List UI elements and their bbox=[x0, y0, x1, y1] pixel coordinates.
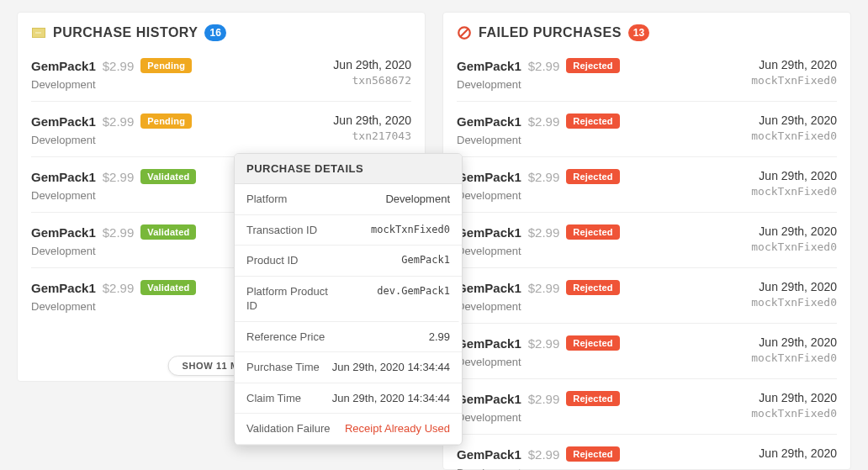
product-name: GemPack1 bbox=[457, 281, 521, 295]
environment-label: Development bbox=[31, 78, 192, 91]
detail-row-product-id: Product ID GemPack1 bbox=[235, 246, 462, 277]
detail-value: GemPack1 bbox=[401, 253, 450, 267]
detail-label: Platform Product ID bbox=[246, 284, 339, 314]
failed-row[interactable]: GemPack1$2.99RejectedDevelopmentJun 29th… bbox=[457, 213, 837, 268]
product-price: $2.99 bbox=[103, 59, 135, 73]
status-badge: Validated bbox=[140, 169, 196, 184]
purchase-history-count-badge: 16 bbox=[204, 24, 225, 41]
transaction-id: mockTxnFixed0 bbox=[751, 240, 837, 253]
status-badge: Validated bbox=[140, 280, 196, 295]
detail-label: Claim Time bbox=[246, 391, 301, 406]
product-name: GemPack1 bbox=[31, 281, 96, 295]
product-price: $2.99 bbox=[103, 170, 135, 184]
history-row[interactable]: GemPack1$2.99PendingDevelopmentJun 29th,… bbox=[31, 102, 411, 157]
product-price: $2.99 bbox=[528, 392, 560, 406]
environment-label: Development bbox=[457, 411, 620, 424]
purchase-date: Jun 29th, 2020 bbox=[759, 446, 837, 460]
status-badge: Pending bbox=[140, 58, 192, 73]
purchase-date: Jun 29th, 2020 bbox=[751, 114, 837, 127]
status-badge: Rejected bbox=[566, 169, 619, 184]
purchase-history-header: PURCHASE HISTORY 16 bbox=[31, 24, 411, 41]
environment-label: Development bbox=[457, 467, 620, 470]
product-name: GemPack1 bbox=[31, 114, 96, 129]
transaction-id: mockTxnFixed0 bbox=[751, 351, 837, 364]
failed-row[interactable]: GemPack1$2.99RejectedDevelopmentJun 29th… bbox=[457, 102, 837, 157]
environment-label: Development bbox=[457, 189, 620, 202]
purchase-date: Jun 29th, 2020 bbox=[751, 169, 837, 182]
product-name: GemPack1 bbox=[457, 59, 521, 73]
detail-label: Transaction ID bbox=[246, 223, 317, 238]
detail-row-claim-time: Claim Time Jun 29th, 2020 14:34:44 bbox=[235, 383, 462, 415]
failed-purchases-count-badge: 13 bbox=[628, 24, 649, 41]
detail-row-platform-product-id: Platform Product ID dev.GemPack1 bbox=[235, 277, 462, 322]
svg-line-1 bbox=[461, 29, 468, 37]
product-name: GemPack1 bbox=[457, 114, 521, 129]
environment-label: Development bbox=[457, 245, 620, 257]
environment-label: Development bbox=[31, 245, 196, 257]
purchase-date: Jun 29th, 2020 bbox=[751, 391, 837, 404]
purchase-date: Jun 29th, 2020 bbox=[751, 58, 837, 71]
failed-row[interactable]: GemPack1$2.99RejectedDevelopmentJun 29th… bbox=[457, 46, 837, 102]
failed-row[interactable]: GemPack1$2.99RejectedDevelopmentJun 29th… bbox=[457, 268, 837, 324]
purchase-history-title: PURCHASE HISTORY bbox=[53, 25, 198, 40]
product-price: $2.99 bbox=[528, 170, 560, 184]
purchase-details-popover: PURCHASE DETAILS Platform Development Tr… bbox=[234, 153, 463, 446]
product-name: GemPack1 bbox=[457, 170, 521, 184]
transaction-id: mockTxnFixed0 bbox=[751, 129, 837, 142]
detail-label: Validation Failure bbox=[246, 421, 330, 436]
product-price: $2.99 bbox=[528, 114, 560, 129]
product-price: $2.99 bbox=[528, 59, 560, 73]
status-badge: Rejected bbox=[566, 114, 619, 129]
status-badge: Rejected bbox=[566, 446, 619, 462]
product-price: $2.99 bbox=[528, 281, 560, 295]
detail-value: Development bbox=[385, 192, 450, 207]
purchase-date: Jun 29th, 2020 bbox=[751, 224, 837, 238]
product-price: $2.99 bbox=[528, 336, 560, 351]
purchase-date: Jun 29th, 2020 bbox=[751, 335, 837, 349]
detail-value: Receipt Already Used bbox=[345, 421, 450, 436]
product-name: GemPack1 bbox=[457, 336, 521, 351]
environment-label: Development bbox=[457, 356, 620, 368]
product-price: $2.99 bbox=[103, 281, 135, 295]
detail-row-reference-price: Reference Price 2.99 bbox=[235, 322, 462, 353]
failed-row[interactable]: GemPack1$2.99RejectedDevelopmentJun 29th… bbox=[457, 435, 837, 470]
product-price: $2.99 bbox=[103, 114, 135, 129]
detail-label: Platform bbox=[246, 192, 287, 207]
failed-purchases-header: FAILED PURCHASES 13 bbox=[457, 24, 837, 41]
detail-value: dev.GemPack1 bbox=[377, 284, 450, 298]
transaction-id: txn568672 bbox=[333, 74, 411, 87]
detail-label: Purchase Time bbox=[246, 360, 320, 375]
failed-purchases-card: FAILED PURCHASES 13 GemPack1$2.99Rejecte… bbox=[442, 12, 851, 470]
transaction-id: mockTxnFixed0 bbox=[751, 185, 837, 198]
detail-value: Jun 29th, 2020 14:34:44 bbox=[332, 360, 450, 375]
environment-label: Development bbox=[457, 134, 620, 146]
product-name: GemPack1 bbox=[31, 170, 96, 184]
failed-row[interactable]: GemPack1$2.99RejectedDevelopmentJun 29th… bbox=[457, 157, 837, 213]
environment-label: Development bbox=[457, 300, 620, 313]
environment-label: Development bbox=[457, 78, 620, 91]
detail-row-transaction-id: Transaction ID mockTxnFixed0 bbox=[235, 215, 462, 246]
environment-label: Development bbox=[31, 300, 196, 313]
product-name: GemPack1 bbox=[31, 59, 96, 73]
detail-value: mockTxnFixed0 bbox=[371, 223, 450, 236]
environment-label: Development bbox=[31, 134, 192, 146]
status-badge: Rejected bbox=[566, 224, 619, 240]
history-row[interactable]: GemPack1$2.99PendingDevelopmentJun 29th,… bbox=[31, 46, 411, 102]
failed-purchases-title: FAILED PURCHASES bbox=[479, 25, 622, 40]
transaction-id: mockTxnFixed0 bbox=[751, 74, 837, 87]
status-badge: Pending bbox=[140, 114, 192, 129]
transaction-id: mockTxnFixed0 bbox=[751, 407, 837, 420]
failed-row[interactable]: GemPack1$2.99RejectedDevelopmentJun 29th… bbox=[457, 379, 837, 435]
purchase-details-title: PURCHASE DETAILS bbox=[235, 154, 462, 184]
product-price: $2.99 bbox=[528, 225, 560, 240]
purchase-date: Jun 29th, 2020 bbox=[333, 58, 411, 71]
product-name: GemPack1 bbox=[457, 392, 521, 406]
status-badge: Rejected bbox=[566, 280, 619, 295]
transaction-id: mockTxnFixed0 bbox=[751, 296, 837, 309]
purchase-date: Jun 29th, 2020 bbox=[751, 280, 837, 293]
purchase-date: Jun 29th, 2020 bbox=[333, 114, 411, 127]
failed-row[interactable]: GemPack1$2.99RejectedDevelopmentJun 29th… bbox=[457, 324, 837, 379]
product-name: GemPack1 bbox=[31, 225, 96, 240]
product-price: $2.99 bbox=[103, 225, 135, 240]
status-badge: Validated bbox=[140, 224, 196, 240]
